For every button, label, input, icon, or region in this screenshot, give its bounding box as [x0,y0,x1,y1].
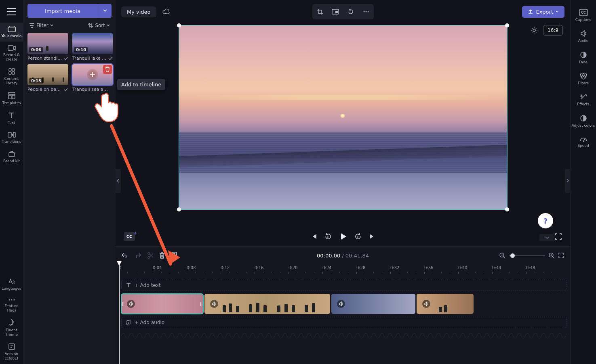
text-lane[interactable]: + Add text [121,280,567,291]
help-button[interactable]: ? [538,213,553,228]
svg-rect-6 [12,72,15,74]
audio-icon[interactable] [422,300,430,308]
templates-icon [8,92,15,99]
rr-label: Speed [577,144,589,148]
ruler-tick: 0:04 [153,266,162,270]
timeline-ruler[interactable]: 00:040:080:120:160:200:240:280:320:360:4… [116,264,570,276]
more-button[interactable] [360,6,372,18]
forward-button[interactable]: 5 [354,232,362,241]
hamburger-menu[interactable] [4,5,19,19]
timeline-clip[interactable] [331,294,415,314]
rail-templates[interactable]: Templates [0,89,23,109]
rail-version[interactable]: Version ccfd61f [0,340,23,364]
rail-your-media[interactable]: Your media [0,23,23,42]
skip-forward-button[interactable] [369,233,376,240]
captions-button[interactable]: CC [124,232,135,241]
filter-button[interactable]: Filter [29,23,53,28]
rr-effects[interactable]: Effects [571,90,596,109]
more-icon [363,10,369,13]
player-controls: CC 5 5 [116,227,570,246]
filter-label: Filter [36,23,48,28]
timeline-clip[interactable]: || || [121,294,203,314]
audio-lane[interactable]: + Add audio [121,317,567,328]
split-button[interactable] [147,252,154,259]
adjust-icon [580,115,587,122]
export-label: Export [536,9,553,15]
sort-button[interactable]: Sort [88,23,110,28]
import-caret[interactable] [98,4,112,18]
zoom-out-icon[interactable] [499,252,505,259]
rr-speed[interactable]: Speed [571,132,596,151]
resize-handle[interactable] [505,23,509,27]
svg-point-22 [367,11,369,13]
rail-fluent[interactable]: Fluent Theme [0,316,23,340]
rotate-button[interactable] [345,6,357,18]
ruler-tick: 0:36 [424,266,433,270]
rail-library[interactable]: Content library [0,65,23,89]
rail-transitions[interactable]: Transitions [0,128,23,147]
topbar: My video Export [116,0,570,23]
project-title[interactable]: My video [121,6,156,17]
redo-button[interactable] [134,252,141,259]
video-lane[interactable]: || || [121,293,567,315]
audio-icon[interactable] [210,300,218,308]
rewind-button[interactable]: 5 [324,232,332,241]
rail-flags[interactable]: Feature Flags [0,294,23,316]
ruler-tick: 0:40 [458,266,467,270]
rr-filters[interactable]: Filters [571,69,596,88]
clip-duration: 0:06 [29,47,43,52]
rail-text[interactable]: Text [0,109,23,128]
play-button[interactable] [339,232,347,241]
pip-button[interactable] [329,6,341,18]
fit-icon[interactable] [558,252,564,259]
rail-label: Text [8,121,15,125]
undo-icon [121,252,128,259]
timeline-clip[interactable] [417,294,474,314]
media-clip-selected[interactable]: Tranquil sea a… [72,64,113,92]
import-button[interactable]: Import media [27,4,98,18]
preview-frame[interactable] [179,25,508,210]
clip-handle[interactable]: || [199,294,203,314]
scissors-icon [147,252,154,259]
skip-back-button[interactable] [310,233,318,240]
resize-handle[interactable] [505,207,509,211]
fullscreen-button[interactable] [555,233,562,240]
cloud-sync-icon[interactable] [162,8,170,16]
svg-rect-19 [335,11,338,13]
library-icon [8,68,15,75]
rail-record[interactable]: Record & create [0,42,23,65]
crop-button[interactable] [314,6,326,18]
rr-captions[interactable]: CC Captions [571,6,596,25]
rr-label: Filters [578,81,589,85]
workspace: My video Export 16:9 [116,0,570,364]
resize-handle[interactable] [177,23,181,27]
undo-button[interactable] [121,252,128,259]
clip-add-button[interactable] [87,69,98,80]
rr-fade[interactable]: Fade [571,48,596,67]
clip-handle[interactable]: || [121,294,125,314]
duplicate-button[interactable] [171,252,177,259]
timeline-clip[interactable] [204,294,330,314]
playhead[interactable] [119,264,120,364]
rail-languages[interactable]: 文 Languages [0,274,23,294]
audio-icon[interactable] [337,300,345,308]
zoom-slider[interactable] [509,255,545,256]
media-clip[interactable]: 0:15 People on be… [27,64,68,92]
collapse-timeline[interactable] [539,234,555,241]
timeline-tracks: + Add text || || [116,276,570,364]
rail-brand[interactable]: Brand kit [0,147,23,167]
resize-handle[interactable] [177,207,181,211]
zoom-in-icon[interactable] [548,252,555,259]
clip-delete-button[interactable] [103,65,112,74]
rr-adjust[interactable]: Adjust colors [571,111,596,131]
rr-audio[interactable]: Audio [571,27,596,46]
svg-rect-4 [12,69,15,71]
media-clip[interactable]: 0:10 Tranquil lake … [72,33,113,61]
collapse-media-panel[interactable] [115,169,121,193]
delete-button[interactable] [159,252,165,259]
media-clip[interactable]: 0:06 Person standi… [27,33,68,61]
audio-icon[interactable] [127,300,135,308]
collapse-right-rail[interactable] [565,169,571,193]
export-button[interactable]: Export [522,6,564,18]
zoom-handle[interactable] [510,253,515,258]
